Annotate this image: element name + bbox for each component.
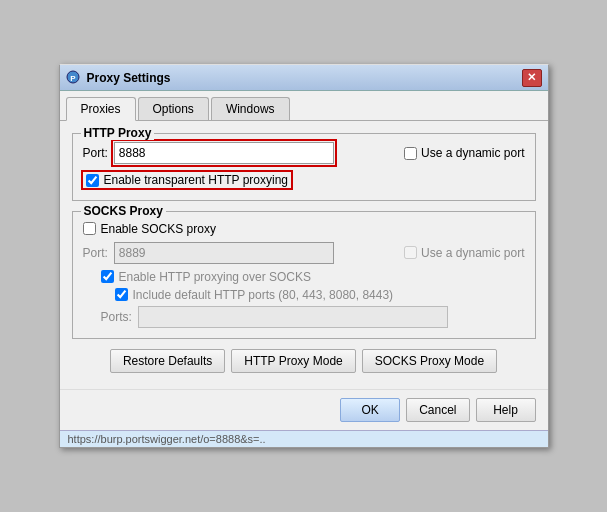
http-dynamic-port-checkbox[interactable] — [404, 147, 417, 160]
close-button[interactable]: ✕ — [522, 69, 542, 87]
enable-transparent-row: Enable transparent HTTP proxying — [83, 172, 292, 188]
socks-port-row: Port: Use a dynamic port — [83, 242, 525, 264]
dialog-buttons: OK Cancel Help — [60, 389, 548, 430]
socks-dynamic-port-row: Use a dynamic port — [404, 246, 524, 260]
cancel-button[interactable]: Cancel — [406, 398, 469, 422]
enable-transparent-label: Enable transparent HTTP proxying — [104, 173, 289, 187]
window-title: Proxy Settings — [87, 71, 522, 85]
socks-ports-row: Ports: — [101, 306, 525, 328]
status-bar: https://burp.portswigger.net/o=8888&s=.. — [60, 430, 548, 447]
enable-socks-row: Enable SOCKS proxy — [83, 222, 525, 236]
socks-dynamic-port-checkbox[interactable] — [404, 246, 417, 259]
ok-button[interactable]: OK — [340, 398, 400, 422]
socks-proxy-label: SOCKS Proxy — [81, 204, 166, 218]
title-bar: P Proxy Settings ✕ — [60, 65, 548, 91]
socks-dynamic-port-label: Use a dynamic port — [421, 246, 524, 260]
enable-socks-checkbox[interactable] — [83, 222, 96, 235]
socks-ports-input[interactable] — [138, 306, 448, 328]
proxy-settings-window: P Proxy Settings ✕ Proxies Options Windo… — [59, 64, 549, 448]
socks-proxy-group: SOCKS Proxy Enable SOCKS proxy Port: Use… — [72, 211, 536, 339]
include-default-ports-label: Include default HTTP ports (80, 443, 808… — [133, 288, 394, 302]
socks-ports-label: Ports: — [101, 310, 132, 324]
enable-socks-label: Enable SOCKS proxy — [101, 222, 216, 236]
restore-defaults-button[interactable]: Restore Defaults — [110, 349, 225, 373]
tab-proxies[interactable]: Proxies — [66, 97, 136, 121]
enable-http-over-socks-row: Enable HTTP proxying over SOCKS — [101, 270, 525, 284]
http-proxy-group: HTTP Proxy Port: Use a dynamic port Enab… — [72, 133, 536, 201]
tab-windows[interactable]: Windows — [211, 97, 290, 120]
action-buttons: Restore Defaults HTTP Proxy Mode SOCKS P… — [72, 349, 536, 373]
http-proxy-mode-button[interactable]: HTTP Proxy Mode — [231, 349, 355, 373]
tab-content: HTTP Proxy Port: Use a dynamic port Enab… — [60, 121, 548, 389]
socks-port-label: Port: — [83, 246, 108, 260]
include-default-ports-checkbox[interactable] — [115, 288, 128, 301]
window-icon: P — [66, 70, 82, 86]
tab-options[interactable]: Options — [138, 97, 209, 120]
socks-port-input[interactable] — [114, 242, 334, 264]
socks-proxy-mode-button[interactable]: SOCKS Proxy Mode — [362, 349, 497, 373]
svg-text:P: P — [70, 73, 76, 82]
http-port-row: Port: Use a dynamic port — [83, 142, 525, 164]
http-proxy-label: HTTP Proxy — [81, 126, 155, 140]
status-text: https://burp.portswigger.net/o=8888&s=.. — [68, 433, 266, 445]
http-dynamic-port-label: Use a dynamic port — [421, 146, 524, 160]
http-port-label: Port: — [83, 146, 108, 160]
help-button[interactable]: Help — [476, 398, 536, 422]
enable-http-over-socks-checkbox[interactable] — [101, 270, 114, 283]
include-default-ports-row: Include default HTTP ports (80, 443, 808… — [115, 288, 525, 302]
tab-bar: Proxies Options Windows — [60, 91, 548, 121]
http-dynamic-port-row: Use a dynamic port — [404, 146, 524, 160]
http-port-input[interactable] — [114, 142, 334, 164]
enable-http-over-socks-label: Enable HTTP proxying over SOCKS — [119, 270, 312, 284]
enable-transparent-checkbox[interactable] — [86, 174, 99, 187]
